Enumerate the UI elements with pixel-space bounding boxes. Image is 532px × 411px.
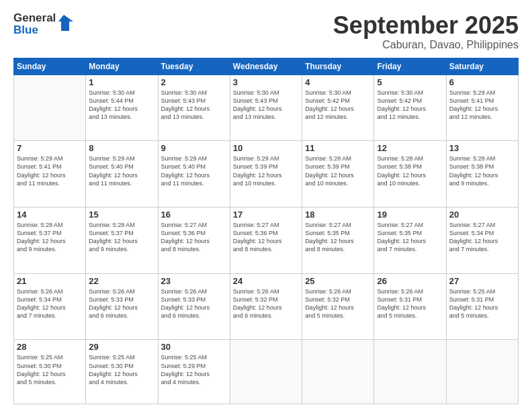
table-row: 28Sunrise: 5:25 AM Sunset: 5:30 PM Dayli… (14, 340, 86, 404)
cell-info: Sunrise: 5:28 AM Sunset: 5:38 PM Dayligh… (449, 154, 515, 187)
cell-info: Sunrise: 5:27 AM Sunset: 5:36 PM Dayligh… (233, 221, 299, 254)
day-number: 12 (377, 143, 443, 153)
table-row: 25Sunrise: 5:26 AM Sunset: 5:32 PM Dayli… (302, 273, 374, 340)
table-row: 9Sunrise: 5:29 AM Sunset: 5:40 PM Daylig… (158, 141, 230, 208)
logo-blue: Blue (13, 24, 56, 36)
col-monday: Monday (86, 58, 158, 75)
cell-info: Sunrise: 5:30 AM Sunset: 5:43 PM Dayligh… (233, 89, 299, 122)
day-number: 28 (17, 342, 83, 352)
day-number: 13 (449, 143, 515, 153)
cell-info: Sunrise: 5:27 AM Sunset: 5:35 PM Dayligh… (305, 221, 371, 254)
cell-info: Sunrise: 5:29 AM Sunset: 5:41 PM Dayligh… (449, 89, 515, 122)
cell-info: Sunrise: 5:29 AM Sunset: 5:41 PM Dayligh… (17, 154, 83, 187)
day-number: 29 (89, 342, 154, 352)
day-number: 22 (89, 276, 154, 286)
day-number: 27 (449, 276, 515, 286)
logo-bird-icon (58, 12, 73, 36)
table-row: 5Sunrise: 5:30 AM Sunset: 5:42 PM Daylig… (374, 75, 446, 141)
col-wednesday: Wednesday (230, 58, 302, 75)
day-number: 17 (233, 210, 299, 220)
cell-info: Sunrise: 5:30 AM Sunset: 5:44 PM Dayligh… (89, 89, 154, 122)
table-row: 7Sunrise: 5:29 AM Sunset: 5:41 PM Daylig… (14, 141, 86, 208)
cell-info: Sunrise: 5:26 AM Sunset: 5:33 PM Dayligh… (89, 287, 154, 320)
cell-info: Sunrise: 5:29 AM Sunset: 5:39 PM Dayligh… (233, 154, 299, 187)
cell-info: Sunrise: 5:28 AM Sunset: 5:39 PM Dayligh… (305, 154, 371, 187)
table-row: 10Sunrise: 5:29 AM Sunset: 5:39 PM Dayli… (230, 141, 302, 208)
table-row (374, 340, 446, 404)
cell-info: Sunrise: 5:25 AM Sunset: 5:30 PM Dayligh… (89, 353, 154, 386)
day-number: 24 (233, 276, 299, 286)
day-number: 15 (89, 210, 154, 220)
day-number: 11 (305, 143, 371, 153)
day-number: 1 (89, 77, 154, 87)
logo-general: General (13, 12, 56, 24)
day-number: 19 (377, 210, 443, 220)
table-row (446, 340, 518, 404)
table-row: 24Sunrise: 5:26 AM Sunset: 5:32 PM Dayli… (230, 273, 302, 340)
day-number: 18 (305, 210, 371, 220)
table-row: 14Sunrise: 5:28 AM Sunset: 5:37 PM Dayli… (14, 208, 86, 274)
table-row: 22Sunrise: 5:26 AM Sunset: 5:33 PM Dayli… (86, 273, 158, 340)
table-row: 15Sunrise: 5:28 AM Sunset: 5:37 PM Dayli… (86, 208, 158, 274)
day-number: 10 (233, 143, 299, 153)
header: General Blue September 2025 Caburan, Dav… (13, 12, 519, 51)
day-number: 4 (305, 77, 371, 87)
day-number: 20 (449, 210, 515, 220)
table-row: 3Sunrise: 5:30 AM Sunset: 5:43 PM Daylig… (230, 75, 302, 141)
cell-info: Sunrise: 5:26 AM Sunset: 5:34 PM Dayligh… (17, 287, 83, 320)
table-row: 18Sunrise: 5:27 AM Sunset: 5:35 PM Dayli… (302, 208, 374, 274)
day-number: 14 (17, 210, 83, 220)
table-row: 19Sunrise: 5:27 AM Sunset: 5:35 PM Dayli… (374, 208, 446, 274)
table-row: 16Sunrise: 5:27 AM Sunset: 5:36 PM Dayli… (158, 208, 230, 274)
table-row: 11Sunrise: 5:28 AM Sunset: 5:39 PM Dayli… (302, 141, 374, 208)
day-number: 30 (161, 342, 227, 352)
table-row: 23Sunrise: 5:26 AM Sunset: 5:33 PM Dayli… (158, 273, 230, 340)
day-number: 25 (305, 276, 371, 286)
table-row: 2Sunrise: 5:30 AM Sunset: 5:43 PM Daylig… (158, 75, 230, 141)
table-row: 26Sunrise: 5:26 AM Sunset: 5:31 PM Dayli… (374, 273, 446, 340)
cell-info: Sunrise: 5:29 AM Sunset: 5:40 PM Dayligh… (161, 154, 227, 187)
cell-info: Sunrise: 5:26 AM Sunset: 5:31 PM Dayligh… (377, 287, 443, 320)
day-number: 6 (449, 77, 515, 87)
table-row: 4Sunrise: 5:30 AM Sunset: 5:42 PM Daylig… (302, 75, 374, 141)
table-row: 30Sunrise: 5:25 AM Sunset: 5:29 PM Dayli… (158, 340, 230, 404)
table-row: 20Sunrise: 5:27 AM Sunset: 5:34 PM Dayli… (446, 208, 518, 274)
table-row: 8Sunrise: 5:29 AM Sunset: 5:40 PM Daylig… (86, 141, 158, 208)
table-row: 6Sunrise: 5:29 AM Sunset: 5:41 PM Daylig… (446, 75, 518, 141)
day-number: 26 (377, 276, 443, 286)
cell-info: Sunrise: 5:27 AM Sunset: 5:35 PM Dayligh… (377, 221, 443, 254)
table-row: 27Sunrise: 5:25 AM Sunset: 5:31 PM Dayli… (446, 273, 518, 340)
table-row: 29Sunrise: 5:25 AM Sunset: 5:30 PM Dayli… (86, 340, 158, 404)
col-sunday: Sunday (14, 58, 86, 75)
col-friday: Friday (374, 58, 446, 75)
cell-info: Sunrise: 5:25 AM Sunset: 5:30 PM Dayligh… (17, 353, 83, 386)
table-row: 21Sunrise: 5:26 AM Sunset: 5:34 PM Dayli… (14, 273, 86, 340)
cell-info: Sunrise: 5:25 AM Sunset: 5:31 PM Dayligh… (449, 287, 515, 320)
cell-info: Sunrise: 5:30 AM Sunset: 5:43 PM Dayligh… (161, 89, 227, 122)
col-tuesday: Tuesday (158, 58, 230, 75)
day-number: 8 (89, 143, 154, 153)
day-number: 7 (17, 143, 83, 153)
col-thursday: Thursday (302, 58, 374, 75)
cell-info: Sunrise: 5:28 AM Sunset: 5:38 PM Dayligh… (377, 154, 443, 187)
logo: General Blue (13, 12, 73, 36)
cell-info: Sunrise: 5:26 AM Sunset: 5:32 PM Dayligh… (233, 287, 299, 320)
table-row (14, 75, 86, 141)
table-row: 13Sunrise: 5:28 AM Sunset: 5:38 PM Dayli… (446, 141, 518, 208)
table-row (230, 340, 302, 404)
cell-info: Sunrise: 5:30 AM Sunset: 5:42 PM Dayligh… (305, 89, 371, 122)
calendar-table: Sunday Monday Tuesday Wednesday Thursday… (13, 58, 519, 404)
title-block: September 2025 Caburan, Davao, Philippin… (333, 12, 519, 51)
day-number: 3 (233, 77, 299, 87)
header-row: Sunday Monday Tuesday Wednesday Thursday… (14, 58, 519, 75)
cell-info: Sunrise: 5:25 AM Sunset: 5:29 PM Dayligh… (161, 353, 227, 386)
cell-info: Sunrise: 5:26 AM Sunset: 5:33 PM Dayligh… (161, 287, 227, 320)
day-number: 5 (377, 77, 443, 87)
day-number: 9 (161, 143, 227, 153)
day-number: 23 (161, 276, 227, 286)
svg-marker-0 (58, 15, 73, 31)
page: General Blue September 2025 Caburan, Dav… (0, 0, 532, 411)
cell-info: Sunrise: 5:29 AM Sunset: 5:40 PM Dayligh… (89, 154, 154, 187)
day-number: 21 (17, 276, 83, 286)
cell-info: Sunrise: 5:28 AM Sunset: 5:37 PM Dayligh… (17, 221, 83, 254)
